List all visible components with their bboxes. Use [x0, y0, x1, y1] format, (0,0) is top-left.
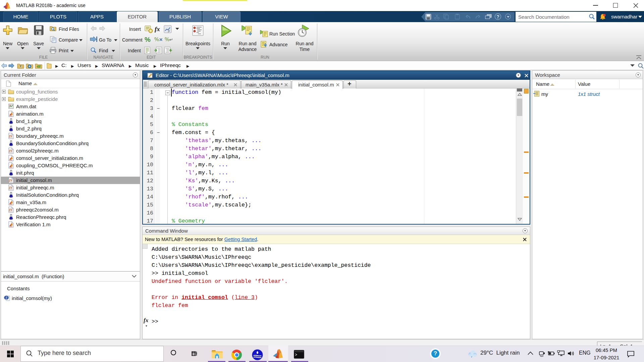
svg-text:fi: fi	[168, 29, 170, 33]
